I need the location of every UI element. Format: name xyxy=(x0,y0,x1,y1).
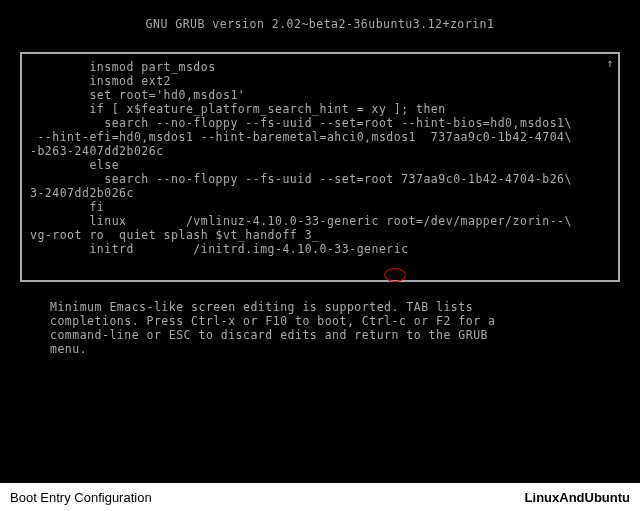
grub-header: GNU GRUB version 2.02~beta2-36ubuntu3.12… xyxy=(0,18,640,32)
image-caption-bar: Boot Entry Configuration LinuxAndUbuntu xyxy=(0,484,640,511)
caption-left: Boot Entry Configuration xyxy=(10,490,152,505)
caption-right: LinuxAndUbuntu xyxy=(525,490,630,505)
grub-help-text: Minimum Emacs-like screen editing is sup… xyxy=(50,300,590,356)
grub-edit-box[interactable]: ↑ insmod part_msdos insmod ext2 set root… xyxy=(20,52,620,282)
scroll-up-arrow: ↑ xyxy=(607,56,614,70)
grub-terminal: GNU GRUB version 2.02~beta2-36ubuntu3.12… xyxy=(0,0,640,483)
grub-config-text[interactable]: insmod part_msdos insmod ext2 set root='… xyxy=(30,60,572,256)
highlight-circle xyxy=(384,268,406,282)
